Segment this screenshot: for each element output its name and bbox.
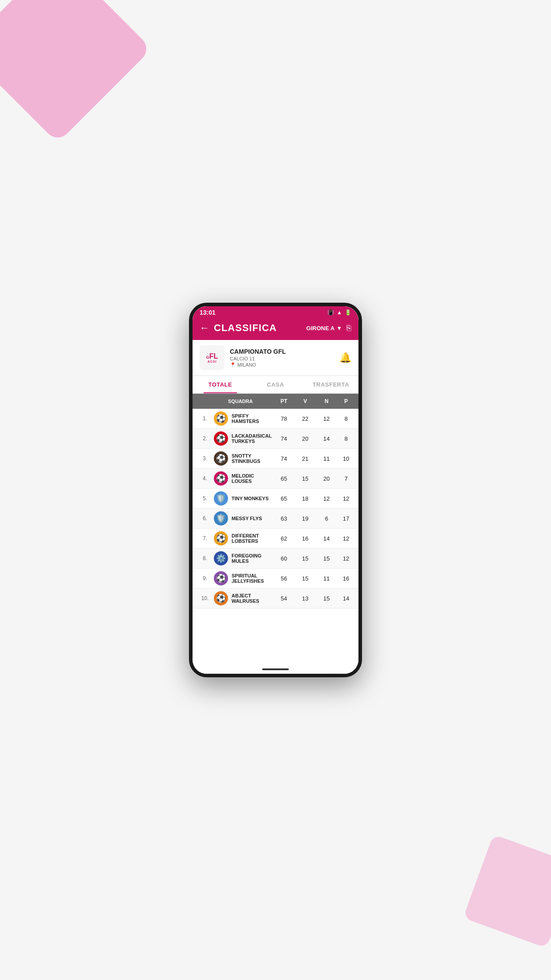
team-p-6: 17 xyxy=(337,515,355,522)
table-row[interactable]: 6. 🛡️ MESSY FLYS 63 19 6 17 xyxy=(193,509,358,529)
team-p-7: 12 xyxy=(337,535,355,542)
team-n-6: 6 xyxy=(316,515,337,522)
team-info-6: 🛡️ MESSY FLYS xyxy=(214,511,273,526)
team-info-9: ⚽ SPIRITUAL JELLYFISHES xyxy=(214,571,273,585)
team-n-3: 11 xyxy=(316,455,337,462)
team-pt-10: 54 xyxy=(273,595,295,602)
table-row[interactable]: 4. ⚽ MELODIC LOUSES 65 15 20 7 xyxy=(193,469,358,489)
team-badge-10: ⚽ xyxy=(214,591,228,605)
tab-trasferta[interactable]: TRASFERTA xyxy=(303,376,358,393)
team-name-4: MELODIC LOUSES xyxy=(232,473,273,484)
team-v-6: 19 xyxy=(295,515,316,522)
table-row[interactable]: 10. ⚽ ABJECT WALRUSES 54 13 15 14 xyxy=(193,589,358,609)
col-pt-header: pt xyxy=(273,398,295,404)
col-n-header: n xyxy=(316,398,337,404)
team-name-1: SPIFFY HAMSTERS xyxy=(232,413,273,424)
notification-bell-button[interactable]: 🔔 xyxy=(339,352,351,364)
team-v-9: 15 xyxy=(295,575,316,582)
team-info-7: ⚽ DIFFERENT LOBSTERS xyxy=(214,531,273,545)
team-pt-7: 62 xyxy=(273,535,295,542)
team-badge-6: 🛡️ xyxy=(214,511,228,526)
team-n-7: 14 xyxy=(316,535,337,542)
team-n-2: 14 xyxy=(316,435,337,442)
team-pt-6: 63 xyxy=(273,515,295,522)
back-button[interactable]: ← xyxy=(200,322,209,334)
team-p-1: 8 xyxy=(337,415,355,422)
header-right: GIRONE A ▼ ⎘ xyxy=(306,324,351,333)
col-p-header: p xyxy=(337,398,355,404)
team-badge-4: ⚽ xyxy=(214,471,228,486)
team-info-1: ⚽ SPIFFY HAMSTERS xyxy=(214,411,273,426)
team-v-5: 18 xyxy=(295,495,316,502)
header-left: ← CLASSIFICA xyxy=(200,322,277,334)
team-n-5: 12 xyxy=(316,495,337,502)
status-time: 13:01 xyxy=(200,309,216,316)
table-row[interactable]: 8. ⚙️ FOREGOING MULES 60 15 15 12 xyxy=(193,549,358,569)
share-button[interactable]: ⎘ xyxy=(346,324,351,333)
table-row[interactable]: 7. ⚽ DIFFERENT LOBSTERS 62 16 14 12 xyxy=(193,529,358,549)
table-row[interactable]: 2. ⚽ LACKADAISICAL TURKEYS 74 20 14 8 xyxy=(193,429,358,449)
status-icons: 📳 ▲ 🔋 xyxy=(327,309,351,316)
rank-8: 8. xyxy=(196,555,214,561)
col-v-header: v xyxy=(295,398,316,404)
league-name: CAMPIONATO GFL xyxy=(230,348,339,355)
team-name-5: TINY MONKEYS xyxy=(232,496,269,501)
tab-casa[interactable]: CASA xyxy=(248,376,303,393)
rank-2: 2. xyxy=(196,435,214,442)
team-badge-5: 🛡️ xyxy=(214,491,228,506)
location-icon: 📍 xyxy=(230,362,236,368)
team-v-7: 16 xyxy=(295,535,316,542)
team-pt-2: 74 xyxy=(273,435,295,442)
table-row[interactable]: 3. ⚽ SNOTTY STINKBUGS 74 21 11 10 xyxy=(193,449,358,469)
standings-table: SQUADRA pt v n p 1. ⚽ SPIFFY HAMSTERS 78… xyxy=(193,394,358,665)
team-pt-3: 74 xyxy=(273,455,295,462)
rank-5: 5. xyxy=(196,495,214,502)
status-bar: 13:01 📳 ▲ 🔋 xyxy=(193,306,358,318)
team-pt-5: 65 xyxy=(273,495,295,502)
team-n-1: 12 xyxy=(316,415,337,422)
team-badge-8: ⚙️ xyxy=(214,551,228,565)
app-header: ← CLASSIFICA GIRONE A ▼ ⎘ xyxy=(193,318,358,340)
table-row[interactable]: 5. 🛡️ TINY MONKEYS 65 18 12 12 xyxy=(193,489,358,509)
table-row[interactable]: 9. ⚽ SPIRITUAL JELLYFISHES 56 15 11 16 xyxy=(193,569,358,589)
table-body: 1. ⚽ SPIFFY HAMSTERS 78 22 12 8 2. ⚽ LAC… xyxy=(193,409,358,609)
team-name-2: LACKADAISICAL TURKEYS xyxy=(232,433,273,444)
tab-totale[interactable]: TOTALE xyxy=(193,376,248,393)
standings-tabs: TOTALE CASA TRASFERTA xyxy=(193,376,358,394)
team-v-1: 22 xyxy=(295,415,316,422)
rank-9: 9. xyxy=(196,575,214,581)
rank-3: 3. xyxy=(196,455,214,462)
team-n-9: 11 xyxy=(316,575,337,582)
team-badge-1: ⚽ xyxy=(214,411,228,426)
battery-icon: 🔋 xyxy=(345,309,351,316)
team-v-2: 20 xyxy=(295,435,316,442)
team-name-6: MESSY FLYS xyxy=(232,516,262,521)
team-name-9: SPIRITUAL JELLYFISHES xyxy=(232,573,273,584)
team-p-9: 16 xyxy=(337,575,355,582)
team-pt-4: 65 xyxy=(273,475,295,482)
team-info-5: 🛡️ TINY MONKEYS xyxy=(214,491,273,506)
team-badge-2: ⚽ xyxy=(214,431,228,446)
team-name-8: FOREGOING MULES xyxy=(232,553,273,564)
team-info-10: ⚽ ABJECT WALRUSES xyxy=(214,591,273,605)
team-name-10: ABJECT WALRUSES xyxy=(232,593,273,604)
team-p-4: 7 xyxy=(337,475,355,482)
team-n-8: 15 xyxy=(316,555,337,562)
bottom-bar xyxy=(193,665,358,674)
girone-selector[interactable]: GIRONE A ▼ xyxy=(306,325,342,332)
rank-1: 1. xyxy=(196,415,214,422)
girone-label: GIRONE A xyxy=(306,325,335,332)
team-pt-8: 60 xyxy=(273,555,295,562)
team-p-3: 10 xyxy=(337,455,355,462)
vibrate-icon: 📳 xyxy=(327,309,334,316)
table-row[interactable]: 1. ⚽ SPIFFY HAMSTERS 78 22 12 8 xyxy=(193,409,358,429)
wifi-icon: ▲ xyxy=(337,309,342,316)
team-v-10: 13 xyxy=(295,595,316,602)
team-badge-3: ⚽ xyxy=(214,451,228,466)
col-squadra-header: SQUADRA xyxy=(214,399,273,404)
team-badge-7: ⚽ xyxy=(214,531,228,545)
home-indicator xyxy=(262,668,289,670)
page-title: CLASSIFICA xyxy=(214,322,277,334)
league-type: CALCIO 11 xyxy=(230,356,339,361)
team-n-4: 20 xyxy=(316,475,337,482)
